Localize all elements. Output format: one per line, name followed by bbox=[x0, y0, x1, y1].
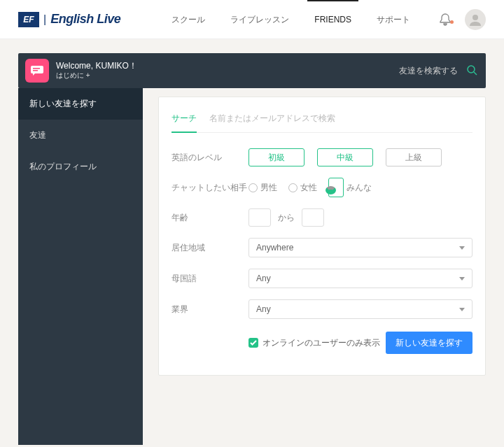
chat-with-label: チャットしたい相手 bbox=[172, 182, 248, 194]
app-header: EF | English Live スクール ライブレッスン FRIENDS サ… bbox=[0, 0, 504, 39]
sidebar: 新しい友達を探す 友達 私のプロフィール bbox=[18, 88, 143, 445]
svg-rect-1 bbox=[31, 66, 43, 73]
region-select[interactable]: Anywhere bbox=[248, 238, 472, 257]
check-icon bbox=[250, 339, 257, 346]
main-panel: サーチ 名前またはメールアドレスで検索 英語のレベル 初級 中級 上級 チャット… bbox=[143, 88, 486, 445]
tab-search-by-name-email[interactable]: 名前またはメールアドレスで検索 bbox=[209, 108, 335, 132]
chat-with-female-radio[interactable]: 女性 bbox=[288, 182, 317, 194]
age-from-input[interactable] bbox=[248, 208, 271, 227]
brand-name: English Live bbox=[50, 12, 120, 27]
sidebar-item-find-friends[interactable]: 新しい友達を探す bbox=[18, 88, 143, 120]
brand-logo[interactable]: EF | English Live bbox=[18, 12, 120, 27]
bell-icon bbox=[440, 13, 451, 26]
chat-with-male-radio[interactable]: 男性 bbox=[248, 182, 277, 194]
friend-search-input[interactable] bbox=[381, 66, 458, 76]
online-only-label: オンラインのユーザーのみ表示 bbox=[262, 337, 380, 349]
brand-separator: | bbox=[43, 13, 46, 26]
age-to-input[interactable] bbox=[302, 208, 324, 227]
native-language-value: Any bbox=[256, 274, 271, 283]
welcome-text: Welcome, KUMIKO！ はじめに + bbox=[56, 61, 137, 80]
welcome-subtitle[interactable]: はじめに + bbox=[56, 71, 137, 80]
nav-friends[interactable]: FRIENDS bbox=[302, 0, 364, 39]
radio-label: 男性 bbox=[260, 182, 277, 194]
native-language-label: 母国語 bbox=[172, 273, 248, 285]
svg-marker-2 bbox=[33, 73, 36, 76]
radio-label: みんな bbox=[346, 182, 372, 194]
level-intermediate-button[interactable]: 中級 bbox=[317, 148, 373, 166]
tab-search[interactable]: サーチ bbox=[172, 108, 197, 133]
level-advanced-button[interactable]: 上級 bbox=[386, 148, 442, 166]
age-separator: から bbox=[278, 212, 295, 224]
svg-rect-3 bbox=[33, 68, 40, 69]
online-only-checkbox[interactable] bbox=[248, 338, 258, 348]
header-right bbox=[433, 9, 486, 30]
chat-bubble-icon bbox=[31, 66, 43, 76]
welcome-badge bbox=[25, 59, 49, 83]
find-friends-button[interactable]: 新しい友達を探す bbox=[386, 332, 472, 354]
avatar-placeholder-icon bbox=[468, 12, 483, 27]
age-label: 年齢 bbox=[172, 212, 248, 224]
industry-select[interactable]: Any bbox=[248, 299, 472, 319]
svg-point-5 bbox=[468, 66, 475, 73]
nav-school[interactable]: スクール bbox=[159, 0, 218, 39]
search-card: サーチ 名前またはメールアドレスで検索 英語のレベル 初級 中級 上級 チャット… bbox=[158, 97, 486, 376]
region-label: 居住地域 bbox=[172, 242, 248, 254]
radio-icon bbox=[288, 183, 298, 192]
industry-label: 業界 bbox=[172, 304, 248, 315]
radio-label: 女性 bbox=[300, 182, 317, 194]
search-tabs: サーチ 名前またはメールアドレスで検索 bbox=[172, 108, 472, 133]
radio-icon bbox=[248, 183, 258, 192]
search-form: 英語のレベル 初級 中級 上級 チャットしたい相手 男性 bbox=[172, 133, 472, 360]
level-beginner-button[interactable]: 初級 bbox=[248, 148, 304, 166]
sidebar-item-my-profile[interactable]: 私のプロフィール bbox=[18, 151, 143, 183]
industry-value: Any bbox=[256, 304, 271, 314]
profile-avatar[interactable] bbox=[465, 9, 486, 30]
svg-point-0 bbox=[472, 15, 478, 20]
svg-rect-4 bbox=[33, 70, 38, 71]
nav-support[interactable]: サポート bbox=[364, 0, 423, 39]
welcome-bar: Welcome, KUMIKO！ はじめに + bbox=[18, 53, 486, 88]
main-nav: スクール ライブレッスン FRIENDS サポート bbox=[159, 0, 423, 39]
region-value: Anywhere bbox=[256, 243, 293, 253]
radio-icon bbox=[328, 178, 344, 197]
brand-mark: EF bbox=[18, 12, 39, 27]
chat-with-everyone-radio[interactable]: みんな bbox=[328, 178, 372, 197]
native-language-select[interactable]: Any bbox=[248, 269, 472, 288]
svg-line-6 bbox=[474, 72, 477, 75]
sidebar-item-friends[interactable]: 友達 bbox=[18, 120, 143, 151]
notification-dot-icon bbox=[450, 20, 454, 24]
notifications-button[interactable] bbox=[433, 13, 458, 26]
search-icon[interactable] bbox=[466, 64, 477, 78]
nav-live-lesson[interactable]: ライブレッスン bbox=[218, 0, 302, 39]
level-label: 英語のレベル bbox=[172, 152, 248, 164]
welcome-title: Welcome, KUMIKO！ bbox=[56, 61, 137, 71]
